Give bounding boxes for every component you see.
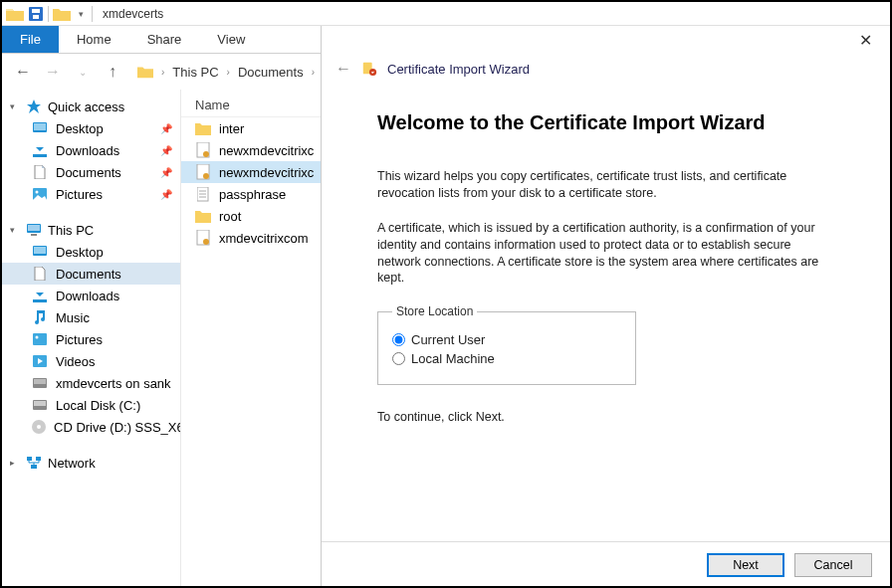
file-icon: [195, 164, 211, 180]
nav-forward-icon: →: [42, 61, 64, 83]
wizard-title: Certificate Import Wizard: [387, 62, 530, 77]
radio-current-user[interactable]: Current User: [392, 332, 621, 347]
separator: [92, 6, 93, 22]
pictures-icon: [32, 186, 48, 202]
separator: [48, 6, 49, 22]
sidebar-label: Quick access: [48, 99, 124, 114]
address-bar[interactable]: › This PC › Documents ›: [131, 64, 319, 80]
svg-point-29: [203, 173, 209, 179]
cd-icon: [32, 419, 46, 435]
tab-home[interactable]: Home: [59, 26, 129, 53]
chevron-right-icon[interactable]: ›: [223, 67, 234, 78]
cancel-button[interactable]: Cancel: [794, 553, 872, 577]
sidebar-item-videos[interactable]: Videos: [2, 350, 180, 372]
sidebar-item-documents[interactable]: Documents📌: [2, 161, 180, 183]
pin-icon: 📌: [160, 145, 172, 156]
nav-back-icon[interactable]: ←: [12, 61, 34, 83]
svg-point-22: [37, 425, 41, 429]
file-name: passphrase: [219, 187, 286, 202]
desktop-icon: [32, 244, 48, 260]
chevron-right-icon[interactable]: ›: [308, 67, 319, 78]
svg-point-7: [36, 191, 39, 194]
svg-point-15: [36, 336, 39, 339]
sidebar-item-localdisk[interactable]: Local Disk (C:): [2, 394, 180, 416]
svg-rect-5: [33, 154, 47, 157]
sidebar-network[interactable]: ▸ Network: [2, 452, 180, 474]
svg-rect-20: [34, 401, 46, 406]
sidebar-item-pictures[interactable]: Pictures📌: [2, 183, 180, 205]
svg-point-27: [203, 151, 209, 157]
address-folder-icon: [137, 64, 153, 80]
svg-rect-23: [27, 457, 32, 461]
app-folder-icon: [6, 6, 24, 22]
svg-rect-9: [28, 225, 40, 231]
breadcrumb-thispc[interactable]: This PC: [170, 65, 220, 80]
sidebar-this-pc[interactable]: ▾ This PC: [2, 219, 180, 241]
column-header-name[interactable]: Name: [181, 94, 331, 117]
documents-icon: [32, 164, 48, 180]
sidebar-item-music[interactable]: Music: [2, 306, 180, 328]
wizard-heading: Welcome to the Certificate Import Wizard: [377, 111, 834, 134]
sidebar-label: This PC: [48, 223, 94, 238]
nav-recent-icon[interactable]: ⌄: [72, 61, 94, 83]
nav-up-icon[interactable]: ↑: [102, 61, 123, 83]
caret-down-icon: ▾: [10, 101, 20, 111]
next-button[interactable]: Next: [707, 553, 784, 577]
file-icon: [195, 120, 211, 136]
desktop-icon: [32, 120, 48, 136]
svg-rect-4: [34, 123, 46, 130]
window-title: xmdevcerts: [103, 7, 163, 21]
sidebar-item-downloads[interactable]: Downloads: [2, 285, 180, 306]
sidebar-item-downloads[interactable]: Downloads📌: [2, 139, 180, 161]
save-icon[interactable]: [28, 6, 44, 22]
sidebar-item-documents[interactable]: Documents: [2, 263, 180, 285]
sidebar-item-pictures[interactable]: Pictures: [2, 328, 180, 350]
videos-icon: [32, 353, 48, 369]
pin-icon: 📌: [160, 123, 172, 134]
sidebar-item-cddrive[interactable]: CD Drive (D:) SSS_X6: [2, 416, 180, 438]
svg-rect-12: [34, 247, 46, 254]
star-icon: [26, 98, 42, 114]
svg-rect-1: [32, 9, 40, 13]
network-icon: [26, 455, 42, 471]
store-location-group: Store Location Current User Local Machin…: [377, 304, 636, 385]
tab-view[interactable]: View: [199, 26, 263, 53]
context-folder-icon: [53, 6, 71, 22]
navigation-pane: ▾ Quick access Desktop📌 Downloads📌 Docum…: [2, 90, 181, 586]
downloads-icon: [32, 142, 48, 158]
chevron-right-icon[interactable]: ›: [157, 67, 168, 78]
sidebar-item-desktop[interactable]: Desktop: [2, 241, 180, 263]
pc-icon: [26, 222, 42, 238]
radio-current-user-input[interactable]: [392, 333, 405, 346]
wizard-titlebar: ✕: [322, 26, 890, 54]
qat-dropdown-icon[interactable]: ▾: [79, 9, 84, 19]
svg-point-32: [203, 239, 209, 245]
breadcrumb-documents[interactable]: Documents: [236, 65, 306, 80]
radio-local-machine[interactable]: Local Machine: [392, 351, 621, 366]
sidebar-label: Network: [48, 456, 96, 471]
wizard-paragraph-2: A certificate, which is issued by a cert…: [377, 220, 834, 288]
svg-rect-24: [36, 457, 41, 461]
sidebar-item-netshare[interactable]: xmdevcerts on sank: [2, 372, 180, 394]
close-icon[interactable]: ✕: [850, 31, 880, 50]
drive-icon: [32, 375, 48, 391]
radio-local-machine-input[interactable]: [392, 352, 405, 365]
file-icon: [195, 230, 211, 246]
sidebar-item-desktop[interactable]: Desktop📌: [2, 117, 180, 139]
svg-rect-14: [33, 333, 47, 345]
tab-file[interactable]: File: [2, 26, 59, 53]
wizard-back-icon[interactable]: ←: [335, 60, 351, 78]
wizard-footer: Next Cancel: [322, 541, 890, 587]
svg-rect-2: [33, 15, 39, 19]
file-icon: [195, 142, 211, 158]
sidebar-quick-access[interactable]: ▾ Quick access: [2, 96, 180, 117]
documents-icon: [32, 266, 48, 282]
file-icon: [195, 186, 211, 202]
drive-icon: [32, 397, 48, 413]
music-icon: [32, 309, 48, 325]
pictures-icon: [32, 331, 48, 347]
caret-right-icon: ▸: [10, 458, 20, 468]
file-name: root: [219, 209, 241, 224]
tab-share[interactable]: Share: [129, 26, 200, 53]
svg-rect-18: [34, 379, 46, 384]
